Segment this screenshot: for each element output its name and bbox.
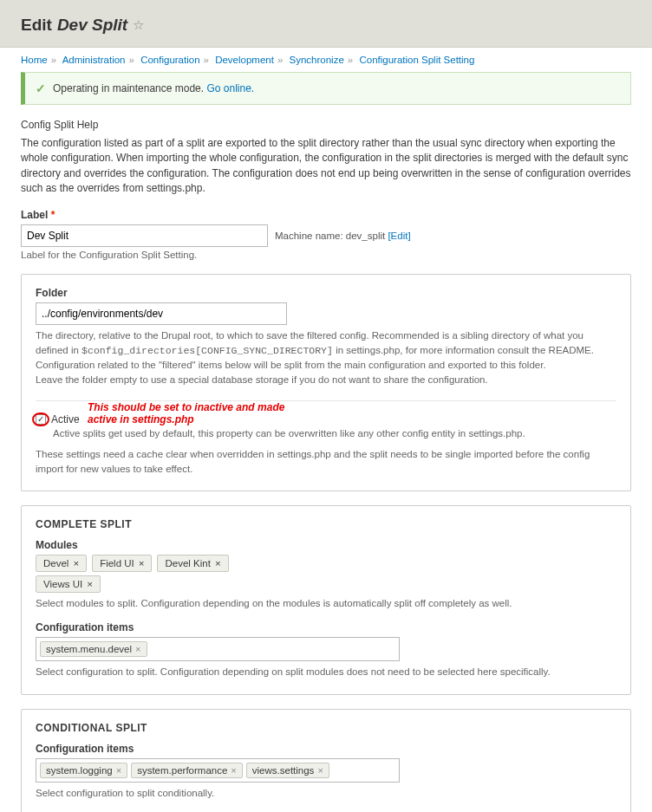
remove-chip-icon[interactable]: × bbox=[116, 765, 121, 776]
label-input[interactable] bbox=[21, 224, 268, 247]
status-message: ✓ Operating in maintenance mode. Go onli… bbox=[21, 72, 631, 105]
cond-config-desc: Select configuration to split conditiona… bbox=[36, 786, 616, 801]
remove-chip-icon[interactable]: × bbox=[135, 644, 140, 654]
header-region: Edit Dev Split ☆ bbox=[0, 0, 652, 48]
breadcrumb-item[interactable]: Home bbox=[21, 55, 48, 65]
breadcrumb: Home» Administration» Configuration» Dev… bbox=[0, 48, 652, 72]
breadcrumb-item[interactable]: Synchronize bbox=[290, 55, 344, 65]
general-fieldset: Folder The directory, relative to the Dr… bbox=[21, 274, 631, 492]
breadcrumb-item[interactable]: Configuration bbox=[140, 55, 199, 65]
module-chip: Field UI× bbox=[92, 555, 152, 572]
conditional-split-fieldset: CONDITIONAL SPLIT Configuration items sy… bbox=[21, 709, 631, 812]
modules-chips-row2[interactable]: Views UI× bbox=[36, 575, 616, 593]
remove-chip-icon[interactable]: × bbox=[231, 765, 236, 776]
folder-desc: The directory, relative to the Drupal ro… bbox=[36, 328, 616, 388]
folder-label: Folder bbox=[36, 287, 616, 299]
page-title: Edit Dev Split ☆ bbox=[21, 16, 631, 35]
complete-split-heading: COMPLETE SPLIT bbox=[36, 518, 616, 530]
cond-config-items[interactable]: system.logging× system.performance× view… bbox=[36, 758, 400, 783]
go-online-link[interactable]: Go online. bbox=[206, 82, 254, 94]
breadcrumb-item[interactable]: Configuration Split Setting bbox=[359, 55, 474, 65]
modules-label: Modules bbox=[36, 539, 616, 551]
module-chip: Devel Kint× bbox=[157, 555, 228, 572]
remove-chip-icon[interactable]: × bbox=[73, 558, 79, 568]
folder-input[interactable] bbox=[36, 302, 287, 325]
status-text: Operating in maintenance mode. bbox=[53, 82, 204, 94]
machine-name: Machine name: dev_split [Edit] bbox=[275, 231, 411, 241]
module-chip: Devel× bbox=[36, 555, 87, 572]
modules-chips[interactable]: Devel× Field UI× Devel Kint× bbox=[36, 555, 616, 572]
active-desc1: Active splits get used by default, this … bbox=[53, 428, 616, 438]
cs-config-items[interactable]: system.menu.devel× bbox=[36, 637, 400, 661]
help-title: Config Split Help bbox=[21, 119, 631, 131]
check-icon: ✓ bbox=[36, 81, 46, 95]
config-item-chip: system.performance× bbox=[131, 763, 243, 778]
cond-config-label: Configuration items bbox=[36, 743, 616, 755]
config-item-chip: system.logging× bbox=[40, 763, 127, 778]
remove-chip-icon[interactable]: × bbox=[87, 579, 93, 589]
breadcrumb-item[interactable]: Development bbox=[215, 55, 274, 65]
active-label: Active bbox=[51, 413, 80, 425]
help-body: The configuration listed as part of a sp… bbox=[21, 136, 631, 197]
remove-chip-icon[interactable]: × bbox=[215, 558, 221, 568]
label-description: Label for the Configuration Split Settin… bbox=[21, 250, 631, 260]
modules-desc: Select modules to split. Configuration d… bbox=[36, 596, 616, 611]
remove-chip-icon[interactable]: × bbox=[317, 765, 323, 776]
title-prefix: Edit bbox=[21, 16, 52, 35]
cs-config-desc: Select configuration to split. Configura… bbox=[36, 665, 616, 679]
active-checkbox[interactable] bbox=[36, 414, 46, 425]
star-icon[interactable]: ☆ bbox=[133, 17, 144, 33]
remove-chip-icon[interactable]: × bbox=[139, 558, 145, 568]
title-entity: Dev Split bbox=[57, 16, 127, 35]
config-item-chip: system.menu.devel× bbox=[40, 641, 147, 657]
conditional-split-heading: CONDITIONAL SPLIT bbox=[36, 722, 616, 734]
config-item-chip: views.settings× bbox=[246, 763, 329, 778]
active-desc2: These settings need a cache clear when o… bbox=[36, 447, 616, 477]
cs-config-label: Configuration items bbox=[36, 621, 616, 633]
machine-name-edit-link[interactable]: [Edit] bbox=[388, 231, 410, 241]
label-field-label: Label * bbox=[21, 209, 631, 221]
complete-split-fieldset: COMPLETE SPLIT Modules Devel× Field UI× … bbox=[21, 505, 631, 695]
module-chip: Views UI× bbox=[36, 575, 101, 593]
breadcrumb-item[interactable]: Administration bbox=[62, 55, 126, 65]
